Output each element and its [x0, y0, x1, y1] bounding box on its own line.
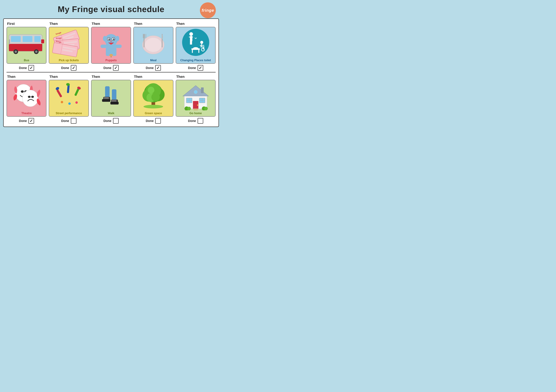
row1-checkbox-4[interactable] — [198, 65, 203, 71]
svg-rect-76 — [67, 85, 70, 93]
svg-text:fringe: fringe — [55, 31, 62, 35]
row2-checkbox-2[interactable] — [113, 118, 119, 124]
svg-point-117 — [204, 107, 208, 110]
row1-position-2: Then — [92, 22, 100, 26]
svg-point-33 — [103, 36, 107, 41]
row2-position-2: Then — [92, 75, 100, 79]
svg-point-9 — [15, 51, 17, 53]
svg-point-48 — [145, 38, 162, 52]
svg-rect-65 — [198, 50, 199, 53]
svg-rect-60 — [191, 41, 192, 45]
row2-card-3: Then Green spaceDone — [133, 75, 173, 124]
row1-caption-4: Changing Places toilet — [176, 57, 215, 63]
svg-rect-4 — [34, 36, 40, 42]
svg-rect-64 — [192, 50, 193, 53]
row1-checkbox-2[interactable] — [113, 65, 119, 71]
svg-point-46 — [109, 54, 113, 56]
svg-point-43 — [110, 41, 112, 42]
svg-point-80 — [61, 101, 63, 103]
row1-card-inner-4: Changing Places toilet — [176, 27, 216, 64]
svg-point-44 — [110, 43, 112, 45]
svg-point-115 — [187, 107, 191, 110]
row2-checkbox-0[interactable] — [28, 118, 34, 124]
row1-position-4: Then — [176, 22, 185, 26]
svg-point-94 — [144, 105, 163, 108]
row2-card-1: Then Street performanceDone — [49, 75, 89, 124]
svg-point-71 — [28, 96, 31, 98]
schedule-row-1: First BusDoneThen fringe fringe — [7, 22, 216, 71]
svg-rect-57 — [189, 37, 191, 38]
row2-icon-2 — [92, 80, 131, 110]
row2-icon-3 — [134, 80, 173, 110]
row2-caption-4: Go home — [176, 110, 215, 116]
svg-rect-51 — [144, 34, 145, 38]
row1-card-inner-0: Bus — [7, 27, 46, 64]
row1-done-label-4: Done — [188, 66, 196, 70]
row2-done-label-0: Done — [19, 119, 27, 123]
svg-point-54 — [182, 29, 209, 56]
row2-position-3: Then — [134, 75, 142, 79]
row1-checkbox-3[interactable] — [155, 65, 161, 71]
row2-checkbox-3[interactable] — [155, 118, 161, 124]
row1-card-3: Then MealDone — [133, 22, 173, 71]
row1-done-row-0: Done — [19, 65, 34, 71]
row2-done-label-2: Done — [103, 119, 111, 123]
row2-caption-3: Green space — [134, 110, 173, 116]
row1-checkbox-0[interactable] — [28, 65, 34, 71]
row2-icon-0 — [7, 80, 46, 110]
svg-point-41 — [108, 38, 109, 39]
svg-rect-31 — [116, 45, 122, 48]
row1-icon-0 — [7, 27, 46, 57]
svg-point-72 — [31, 96, 34, 98]
row2-card-inner-2: Walk — [91, 80, 131, 117]
svg-point-34 — [116, 36, 119, 41]
fringe-logo: fringe — [200, 2, 216, 18]
row1-done-row-4: Done — [188, 65, 203, 71]
row2-caption-0: Theatre — [7, 110, 46, 116]
svg-rect-86 — [102, 99, 110, 102]
svg-point-55 — [189, 32, 193, 36]
svg-point-68 — [21, 90, 24, 93]
svg-rect-13 — [9, 46, 13, 49]
row1-card-1: Then fringe fringe fringe Pick up ticket… — [49, 22, 89, 71]
page-title: My Fringe visual schedule — [3, 4, 219, 14]
row1-icon-1: fringe fringe fringe — [49, 27, 88, 57]
row2-done-row-4: Done — [188, 118, 203, 124]
row1-done-label-0: Done — [19, 66, 27, 70]
row2-checkbox-4[interactable] — [198, 118, 203, 124]
row2-checkbox-1[interactable] — [71, 118, 77, 124]
svg-rect-2 — [11, 36, 21, 42]
row2-position-1: Then — [49, 75, 58, 79]
row2-icon-1 — [49, 80, 88, 110]
row2-icon-4 — [176, 80, 215, 110]
row2-card-inner-0: Theatre — [7, 80, 46, 117]
row2-card-inner-4: Go home — [176, 80, 216, 117]
svg-point-70 — [23, 90, 38, 107]
svg-rect-83 — [105, 86, 110, 98]
row1-card-inner-2: Puppets — [91, 27, 131, 64]
svg-point-100 — [151, 93, 160, 101]
row1-card-0: First BusDone — [7, 22, 46, 71]
row1-icon-2 — [92, 27, 131, 57]
row2-card-inner-3: Green space — [133, 80, 173, 117]
row1-done-row-2: Done — [103, 65, 119, 71]
svg-rect-30 — [100, 45, 107, 48]
row2-card-2: Then WalkDone — [91, 75, 131, 124]
svg-rect-12 — [41, 39, 44, 44]
svg-rect-88 — [110, 102, 118, 105]
row1-caption-2: Puppets — [92, 57, 131, 63]
row1-checkbox-1[interactable] — [71, 65, 77, 71]
page-header: My Fringe visual schedule fringe — [0, 0, 222, 17]
row2-card-0: Then TheatreDone — [7, 75, 46, 124]
row2-done-row-1: Done — [61, 118, 77, 124]
row1-done-label-1: Done — [61, 66, 69, 70]
row2-caption-1: Street performance — [49, 110, 88, 116]
row1-done-label-3: Done — [146, 66, 154, 70]
svg-point-101 — [148, 87, 154, 93]
row1-done-row-1: Done — [61, 65, 77, 71]
row2-done-label-4: Done — [188, 119, 196, 123]
svg-text:fringe: fringe — [56, 37, 62, 39]
svg-point-81 — [68, 102, 71, 105]
row1-icon-3 — [134, 27, 173, 57]
row2-done-label-1: Done — [61, 119, 69, 123]
